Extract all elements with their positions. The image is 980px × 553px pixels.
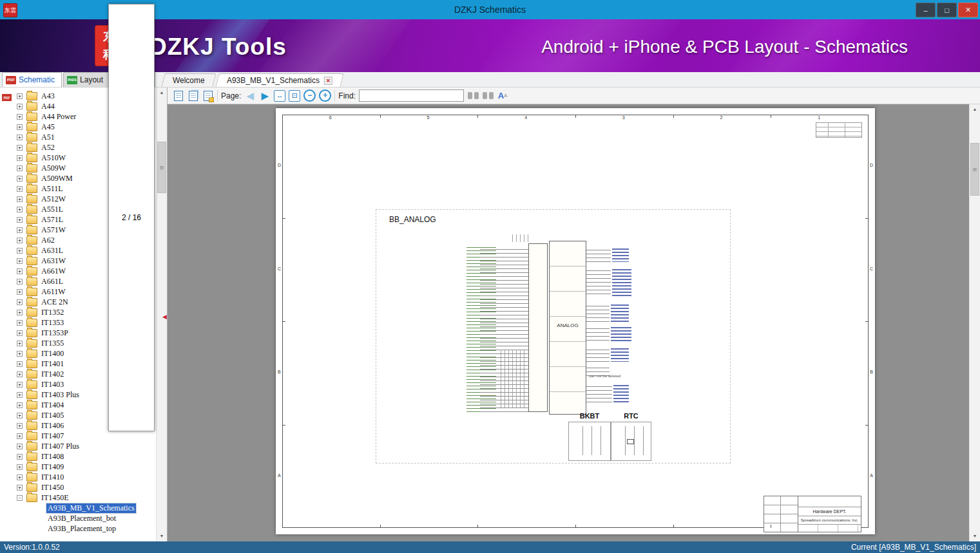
pdf-viewer[interactable]: BB_ANALOG ANALOG — [168, 104, 980, 541]
find-next-icon[interactable] — [482, 89, 494, 102]
scrollbar-thumb[interactable] — [157, 142, 166, 193]
pin-wires-right — [586, 346, 610, 362]
folder-icon — [26, 483, 37, 492]
expand-icon[interactable]: + — [17, 165, 23, 171]
minimize-button[interactable]: – — [916, 3, 936, 17]
expand-icon[interactable]: + — [17, 330, 23, 336]
tab-welcome[interactable]: Welcome — [161, 73, 216, 87]
close-tab-icon[interactable]: ✕ — [324, 77, 332, 85]
expand-icon[interactable]: + — [17, 258, 23, 264]
find-input[interactable] — [359, 89, 464, 102]
expand-icon[interactable]: + — [17, 145, 23, 151]
expand-icon[interactable]: + — [17, 155, 23, 161]
expand-icon[interactable]: + — [17, 289, 23, 295]
expand-icon[interactable]: + — [17, 310, 23, 315]
folder-icon — [26, 350, 37, 358]
zoom-in-icon[interactable]: + — [319, 89, 331, 102]
tab-a93b-schematics[interactable]: A93B_MB_V1_Schematics ✕ — [215, 73, 343, 87]
scrollbar-thumb[interactable] — [970, 143, 979, 196]
expand-icon[interactable]: + — [17, 299, 23, 305]
double-page-icon[interactable] — [187, 89, 199, 102]
expand-icon[interactable]: + — [17, 361, 23, 367]
folder-icon — [26, 247, 37, 255]
expand-icon[interactable]: + — [17, 433, 23, 439]
fit-page-icon[interactable]: ⊡ — [289, 90, 300, 102]
expand-icon[interactable]: + — [17, 227, 23, 233]
scroll-up-icon[interactable]: ▲ — [970, 104, 980, 115]
expand-icon[interactable]: + — [17, 104, 23, 109]
expand-icon[interactable]: + — [17, 217, 23, 223]
expand-icon[interactable]: + — [17, 176, 23, 182]
tab-welcome-label: Welcome — [173, 76, 205, 85]
expand-icon[interactable]: + — [17, 413, 23, 418]
tree-item[interactable]: +IT1450 — [0, 482, 157, 492]
expand-icon[interactable]: + — [17, 392, 23, 398]
folder-icon — [26, 298, 37, 306]
expand-icon[interactable]: + — [17, 382, 23, 388]
tree-item-label: IT1400 — [40, 349, 65, 359]
expand-icon[interactable]: + — [17, 124, 23, 130]
close-button[interactable]: ✕ — [958, 3, 978, 17]
match-case-icon[interactable]: AA — [497, 89, 508, 102]
expand-icon[interactable]: + — [17, 454, 23, 460]
folder-icon — [26, 453, 37, 461]
collapse-icon[interactable]: - — [17, 495, 23, 501]
expand-icon[interactable]: + — [17, 320, 23, 326]
maximize-button[interactable]: □ — [937, 3, 957, 17]
single-page-icon[interactable] — [173, 89, 184, 102]
expand-icon[interactable]: + — [17, 248, 23, 254]
tree-item-label: IT1407 — [40, 431, 65, 441]
bkbt-circuit — [568, 422, 611, 461]
tree-item-label: A511L — [40, 184, 64, 194]
expand-icon[interactable]: + — [17, 93, 23, 99]
tree-item-label: IT1403 — [40, 380, 65, 389]
scroll-down-icon[interactable]: ▼ — [157, 531, 167, 541]
tree-item[interactable]: PDFA93B_MB_V1_Schematics — [0, 503, 157, 513]
expand-icon[interactable]: + — [17, 371, 23, 377]
expand-icon[interactable]: + — [17, 341, 23, 346]
scroll-up-icon[interactable]: ▲ — [157, 88, 167, 98]
pin-wires-right — [586, 267, 611, 297]
expand-icon[interactable]: + — [17, 196, 23, 202]
next-page-icon[interactable]: ▶ — [259, 89, 271, 102]
expand-icon[interactable]: + — [17, 351, 23, 357]
tree-item[interactable]: +IT1409 — [0, 462, 157, 472]
tab-layout[interactable]: PADS Layout — [63, 72, 110, 87]
previous-page-icon[interactable]: ◀ — [244, 89, 256, 102]
expand-icon[interactable]: + — [17, 207, 23, 212]
top-wires — [509, 234, 528, 242]
tree-item[interactable]: PDFA93B_Placement_top — [0, 523, 157, 534]
tree-item-label: ACE 2N — [40, 297, 70, 307]
expand-icon[interactable]: + — [17, 464, 23, 470]
expand-icon[interactable]: + — [17, 186, 23, 192]
page-copy-icon[interactable] — [202, 89, 214, 102]
page-input[interactable] — [108, 4, 155, 431]
zoom-out-icon[interactable]: − — [303, 89, 316, 102]
folder-icon — [26, 174, 37, 183]
tab-schematic[interactable]: PDF Schematic — [2, 72, 62, 87]
tree-item[interactable]: +IT1410 — [0, 472, 157, 482]
expand-icon[interactable]: + — [17, 444, 23, 449]
expand-icon[interactable]: + — [17, 402, 23, 408]
grid-column-label: 4 — [524, 115, 527, 120]
expand-icon[interactable]: + — [17, 423, 23, 429]
tree-item[interactable]: +IT1408 — [0, 451, 157, 462]
expand-icon[interactable]: + — [17, 474, 23, 480]
expand-icon[interactable]: + — [17, 485, 23, 491]
sidebar-collapse-handle[interactable]: ◀ — [162, 314, 167, 320]
tree-item[interactable]: +IT1407 — [0, 431, 157, 441]
viewer-scrollbar[interactable]: ▲ ▼ — [969, 104, 980, 541]
expand-icon[interactable]: + — [17, 238, 23, 243]
tree-item[interactable]: -IT1450E — [0, 492, 157, 503]
expand-icon[interactable]: + — [17, 135, 23, 140]
expand-icon[interactable]: + — [17, 114, 23, 120]
expand-icon[interactable]: + — [17, 268, 23, 274]
expand-icon[interactable]: + — [17, 279, 23, 285]
tree-item[interactable]: PDFA93B_Placement_bot — [0, 513, 157, 523]
find-previous-icon[interactable] — [467, 89, 479, 102]
folder-icon — [26, 195, 37, 203]
tree-item[interactable]: +IT1407 Plus — [0, 441, 157, 451]
grid-row-label: C — [278, 267, 281, 271]
fit-width-icon[interactable]: ↔ — [274, 90, 285, 102]
scroll-down-icon[interactable]: ▼ — [970, 531, 980, 541]
